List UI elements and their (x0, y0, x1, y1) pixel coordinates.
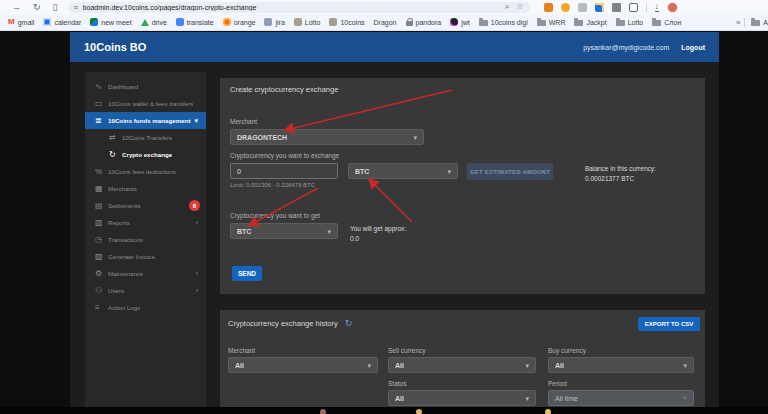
sidebar-item-maintenance[interactable]: ⚙ Maintenance › (85, 265, 206, 282)
bookmark-10coins[interactable]: 10coins (329, 18, 364, 26)
bookmark-new-meet[interactable]: new meet (90, 18, 131, 26)
filter-sell-select[interactable]: All ▾ (388, 357, 536, 373)
toolbar-divider (646, 3, 647, 12)
buy-currency-select[interactable]: BTC ▾ (230, 223, 338, 239)
sidebar-item-10coins-transfers[interactable]: ⇄ 10Coins Transfers (85, 129, 206, 146)
exchange-currency-label: Cryptocurrency you want to exchange (230, 152, 339, 159)
sidebar-item-action-logs[interactable]: ≡ Action Logs (85, 299, 206, 316)
export-to-csv-button[interactable]: EXPORT TO CSV (638, 317, 700, 331)
tencoins-icon (329, 18, 337, 26)
merchant-select[interactable]: DRAGONTECH ▾ (230, 129, 424, 145)
bookmark-folder-slon[interactable]: Слон (652, 18, 681, 26)
bookmark-label: Dragon (374, 19, 397, 26)
sidebar-item-label: 10Coins funds management (108, 117, 191, 124)
bookmark-label: Слон (664, 19, 681, 26)
bookmark-translate[interactable]: translate (176, 18, 214, 26)
bookmark-jira[interactable]: jira (264, 18, 284, 26)
bookmark-label: calendar (54, 19, 81, 26)
bookmark-lotto[interactable]: Lotto (294, 18, 321, 26)
bookmark-drive[interactable]: drive (141, 19, 167, 26)
logout-button[interactable]: Logout (681, 44, 705, 51)
sidebar-item-users[interactable]: ⚇ Users › (85, 282, 206, 299)
sidebar-item-wallet-fees-transfers[interactable]: ▭ 10Coins wallet & fees transfers (85, 95, 206, 112)
filter-sell-value: All (395, 362, 404, 369)
reading-list-icon[interactable]: ▯ (53, 3, 58, 12)
reload-icon[interactable]: ↻ (33, 3, 41, 12)
bookmark-pandora[interactable]: pandora (406, 18, 442, 26)
sell-currency-select[interactable]: BTC ▾ (348, 163, 458, 179)
sidebar-item-reports[interactable]: ▥ Reports › (85, 214, 206, 231)
bookmark-orange[interactable]: orange (223, 18, 256, 26)
get-estimated-amount-button[interactable]: GET ESTIMATED AMOUNT (467, 163, 553, 180)
folder-icon (574, 20, 583, 26)
settlements-count-badge: 8 (189, 200, 200, 211)
sidebar-item-label: 10Coins fees deductions (108, 168, 176, 175)
chevron-down-icon: ▾ (525, 395, 529, 402)
square-extension-icon[interactable] (629, 3, 638, 12)
sidebar-item-generate-invoice[interactable]: ▧ Generate Invoice (85, 248, 206, 265)
url-text[interactable]: boadmin.dev.10coins.co/pages/dragon-cryp… (83, 4, 505, 11)
badge-extension-icon[interactable] (612, 3, 621, 12)
filter-status-select[interactable]: All ▾ (388, 390, 536, 406)
layers-icon: ≣ (95, 117, 108, 125)
bookmark-folder-jackpt[interactable]: Jackpt (574, 18, 606, 26)
bookmark-folder-a[interactable]: A (751, 18, 768, 26)
bookmark-star-icon[interactable]: ☆ (516, 2, 523, 12)
filter-buy-value: All (555, 362, 564, 369)
filter-merchant-select[interactable]: All ▾ (228, 357, 378, 373)
sidebar-item-funds-management[interactable]: ≣ 10Coins funds management ▾ (85, 112, 206, 129)
zoom-icon[interactable]: ⌕ (505, 2, 509, 12)
exchange-icon: ↻ (109, 151, 122, 159)
list-icon: ≡ (95, 304, 108, 312)
site-settings-icon[interactable]: ≡ (74, 4, 78, 11)
sidebar-item-dashboard[interactable]: ∿ Dashboard (85, 78, 206, 95)
gmail-icon: M (8, 18, 15, 26)
bookmark-folder-lotto[interactable]: Lotto (616, 18, 644, 26)
jwt-icon (450, 18, 458, 26)
filter-buy-select[interactable]: All ▾ (548, 357, 694, 373)
orange-extension-icon[interactable] (561, 3, 570, 12)
bookmark-folder-wrr[interactable]: WRR (537, 18, 566, 26)
wallet-icon: ▭ (95, 100, 108, 108)
sidebar-item-crypto-exchange[interactable]: ↻ Crypto exchange (85, 146, 206, 163)
address-bar[interactable]: ≡ boadmin.dev.10coins.co/pages/dragon-cr… (68, 2, 530, 13)
amount-input[interactable] (230, 163, 338, 179)
lock-icon (406, 21, 413, 26)
users-icon: ⚇ (95, 287, 108, 295)
blue-extension-icon[interactable] (595, 3, 604, 12)
filter-merchant-value: All (235, 362, 244, 369)
bookmark-gmail[interactable]: M gmail (8, 18, 34, 26)
bookmark-jwt[interactable]: jwt (450, 18, 470, 26)
taskbar-icon-partial (545, 409, 551, 414)
history-title: Cryptocurrency exchange history (228, 319, 338, 328)
get-currency-label: Cryptocurrency you want to get (230, 212, 320, 219)
bookmark-calendar[interactable]: calendar (43, 18, 81, 26)
send-button[interactable]: SEND (232, 266, 262, 281)
sidebar-item-label: 10Coins wallet & fees transfers (108, 100, 193, 107)
chevron-down-icon: ▾ (327, 228, 331, 235)
profile-avatar[interactable] (667, 2, 678, 13)
grey-extension-icon[interactable] (578, 3, 587, 12)
filter-period-input[interactable]: All time × (548, 390, 694, 406)
fox-extension-icon[interactable] (544, 3, 553, 12)
bookmark-folder-10coins-digi[interactable]: 10coins digi (479, 18, 528, 26)
bookmark-dragon[interactable]: Dragon (374, 19, 397, 26)
sidebar-item-settlements[interactable]: ▤ Settlements 8 (85, 197, 206, 214)
bookmarks-overflow-icon[interactable]: » (736, 18, 740, 27)
taskbar-icon-partial (416, 409, 422, 414)
refresh-icon[interactable]: ↻ (345, 318, 353, 328)
balance-value: 0.00021377 BTC (585, 175, 634, 182)
chevron-down-icon: ▾ (367, 362, 371, 369)
sidebar-item-transactions[interactable]: ◷ Transactions (85, 231, 206, 248)
chevron-right-icon: › (196, 219, 198, 226)
download-icon[interactable]: ↓ (655, 2, 660, 12)
forward-icon[interactable]: → (12, 3, 21, 12)
filter-merchant-label: Merchant (228, 347, 255, 354)
clear-icon[interactable]: × (682, 394, 687, 402)
sidebar-item-merchants[interactable]: ▦ Merchants (85, 180, 206, 197)
bookmark-label: A (763, 19, 768, 26)
bookmark-label: gmail (18, 19, 35, 26)
sidebar-item-fees-deductions[interactable]: % 10Coins fees deductions (85, 163, 206, 180)
bookmarks-bar: M gmail calendar new meet drive translat… (0, 14, 768, 31)
folder-icon (616, 20, 625, 26)
